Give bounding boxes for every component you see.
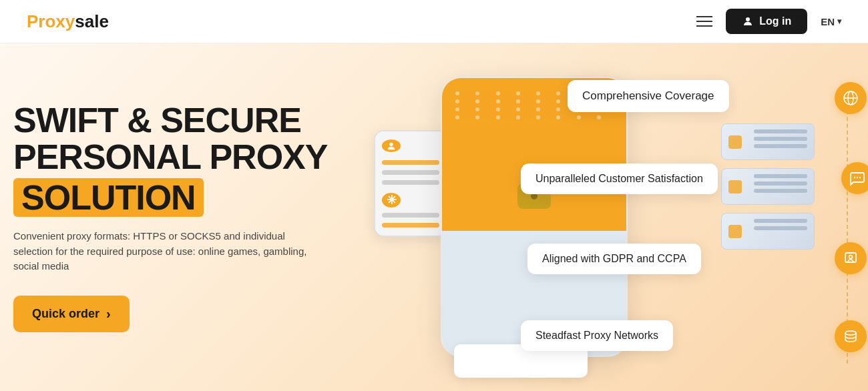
lang-label: EN [821, 16, 835, 27]
svg-point-7 [859, 177, 861, 178]
hero-left-content: SWIFT & SECURE PERSONAL PROXY SOLUTION C… [0, 102, 327, 332]
server-line-4 [754, 174, 807, 178]
device-main-inner [442, 78, 626, 356]
device-main [441, 77, 628, 357]
feature-card-2-text: Unparalleled Customer Satisfaction [535, 173, 703, 184]
server-block-2 [721, 168, 815, 205]
svg-point-5 [854, 177, 855, 178]
login-label: Log in [759, 15, 791, 27]
privacy-icon [835, 242, 867, 274]
headline-line1: SWIFT & SECURE [13, 101, 301, 139]
feature-card-proxy-networks: Steadfast Proxy Networks [521, 320, 673, 351]
header-right: Log in EN ▾ [696, 9, 841, 34]
server-line-6 [754, 189, 807, 193]
headline-line2: PERSONAL PROXY [13, 137, 327, 176]
hero-section: SWIFT & SECURE PERSONAL PROXY SOLUTION C… [0, 43, 868, 391]
svg-point-1 [389, 142, 393, 145]
hero-subtext: Convenient proxy formats: HTTPS or SOCKS… [13, 229, 320, 274]
device-small-inner: ✳ [375, 131, 446, 236]
server-line-5 [754, 181, 807, 185]
server-stack [721, 123, 828, 297]
globe-icon [835, 82, 867, 114]
server-block-3 [721, 213, 815, 250]
logo-proxy: Proxy [27, 11, 75, 32]
hero-headline: SWIFT & SECURE PERSONAL PROXY SOLUTION [13, 102, 327, 217]
arrow-icon: › [106, 306, 111, 322]
svg-point-10 [845, 331, 856, 335]
feature-card-customer-satisfaction: Unparalleled Customer Satisfaction [521, 163, 718, 194]
feature-card-gdpr: Aligned with GDPR and CCPA [527, 244, 701, 274]
server-line-1 [754, 129, 807, 133]
svg-point-0 [746, 17, 750, 21]
hamburger-line-3 [696, 25, 712, 27]
feature-card-comprehensive-coverage: Comprehensive Coverage [568, 80, 729, 112]
server-line-8 [754, 226, 807, 230]
server-block-2-inner [754, 174, 807, 193]
feature-card-1-text: Comprehensive Coverage [582, 89, 714, 102]
quick-order-button[interactable]: Quick order › [13, 296, 130, 332]
device-bar-3 [382, 180, 439, 185]
database-icon [835, 320, 867, 352]
person-avatar [382, 139, 401, 152]
headline-highlight: SOLUTION [13, 178, 204, 218]
feature-card-4-text: Steadfast Proxy Networks [535, 330, 658, 341]
hero-illustration: ✳ [361, 43, 868, 391]
server-line-3 [754, 144, 807, 148]
svg-point-9 [849, 256, 853, 259]
server-line-2 [754, 137, 807, 141]
language-selector[interactable]: EN ▾ [821, 16, 841, 27]
chevron-down-icon: ▾ [837, 17, 841, 26]
server-block-3-inner [754, 219, 807, 230]
device-bar-4 [382, 213, 439, 218]
person-icon [742, 15, 754, 27]
hamburger-line-1 [696, 16, 712, 17]
asterisk-icon: ✳ [382, 193, 401, 208]
chat-icon [841, 162, 868, 194]
device-bar-5 [382, 223, 439, 228]
server-block-1-inner [754, 129, 807, 148]
login-button[interactable]: Log in [726, 9, 807, 34]
svg-rect-8 [845, 253, 856, 262]
svg-point-6 [857, 177, 858, 178]
server-block-1 [721, 123, 815, 160]
logo-sale: sale [75, 11, 109, 32]
feature-card-3-text: Aligned with GDPR and CCPA [542, 253, 686, 264]
hamburger-line-2 [696, 21, 712, 22]
quick-order-label: Quick order [32, 307, 99, 321]
logo[interactable]: Proxysale [27, 11, 109, 32]
device-small: ✳ [374, 130, 447, 237]
server-line-7 [754, 219, 807, 223]
hamburger-menu-icon[interactable] [696, 16, 712, 27]
header: Proxysale Log in EN ▾ [0, 0, 868, 43]
device-bar-2 [382, 170, 439, 175]
device-bar-1 [382, 160, 439, 165]
